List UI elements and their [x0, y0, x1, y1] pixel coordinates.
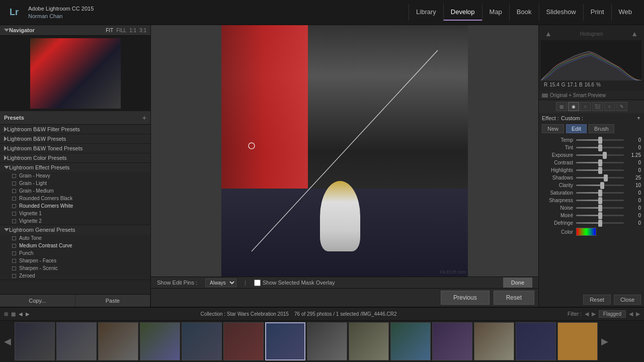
- nav-library[interactable]: Library: [409, 4, 443, 21]
- panel-close-button[interactable]: Close: [614, 295, 641, 305]
- navigator-preview: [0, 36, 150, 111]
- filmstrip-next-arrow[interactable]: ▶: [599, 336, 610, 347]
- mode-btn-6[interactable]: ✎: [616, 102, 627, 111]
- presets-header[interactable]: Presets +: [0, 111, 150, 125]
- saturation-track[interactable]: [576, 192, 624, 194]
- preset-item-contrast-curve[interactable]: Medium Contrast Curve: [0, 242, 150, 249]
- color-swatch[interactable]: [576, 228, 596, 236]
- edit-pins-select[interactable]: Always Auto Never: [205, 279, 236, 287]
- paste-button[interactable]: Paste: [75, 295, 151, 307]
- zoom-fit[interactable]: FIT: [106, 28, 113, 33]
- filter-left-icon[interactable]: ◀: [585, 311, 589, 317]
- zoom-3-1[interactable]: 3:1: [139, 28, 146, 33]
- mask-effect-value[interactable]: Custom :: [561, 115, 636, 121]
- preset-item-sharpen-scenic[interactable]: Sharpen - Scenic: [0, 264, 150, 272]
- reset-button[interactable]: Reset: [494, 291, 534, 305]
- highlights-track[interactable]: [576, 169, 624, 171]
- preset-item-punch[interactable]: Punch: [0, 249, 150, 257]
- preset-item-vignette1[interactable]: Vignette 1: [0, 210, 150, 217]
- presets-add-button[interactable]: +: [142, 114, 146, 122]
- film-thumb-13[interactable]: [516, 322, 556, 360]
- mask-dropdown-icon[interactable]: ▼: [636, 116, 641, 121]
- histogram-right-arrow[interactable]: ▲: [631, 30, 638, 38]
- preset-item-sharpen-faces[interactable]: Sharpen - Faces: [0, 257, 150, 264]
- histogram-left-arrow[interactable]: ▲: [545, 30, 552, 38]
- film-thumb-5[interactable]: [182, 322, 222, 360]
- sharpness-track[interactable]: [576, 200, 624, 201]
- done-button[interactable]: Done: [503, 278, 532, 288]
- preset-item-corners-white[interactable]: Rounded Corners White: [0, 202, 150, 210]
- film-thumb-8[interactable]: [307, 322, 347, 360]
- nav-book[interactable]: Book: [509, 4, 539, 21]
- nav-right-icon[interactable]: ▶: [26, 311, 30, 317]
- preset-group-header-bwtoned[interactable]: Lightroom B&W Toned Presets: [0, 144, 150, 153]
- mask-overlay-checkbox[interactable]: [254, 280, 261, 286]
- flagged-badge[interactable]: Flagged: [599, 310, 626, 318]
- mask-brush-button[interactable]: Brush: [589, 124, 614, 133]
- navigator-header[interactable]: Navigator FIT FILL 1:1 3:1: [0, 25, 150, 36]
- nav-left-icon[interactable]: ◀: [19, 311, 23, 317]
- filmstrip-scroll-right[interactable]: ▶: [636, 311, 640, 317]
- grid-icon[interactable]: ⊞: [4, 311, 8, 317]
- mode-btn-4[interactable]: ⬛: [592, 102, 603, 111]
- film-thumb-6[interactable]: [223, 322, 264, 360]
- noise-track[interactable]: [576, 207, 624, 209]
- preset-item-zeroed[interactable]: Zeroed: [0, 272, 150, 280]
- previous-button[interactable]: Previous: [441, 291, 490, 305]
- temp-track[interactable]: [576, 139, 624, 141]
- show-edit-pins-label: Show Edit Pins :: [157, 280, 197, 286]
- exposure-track[interactable]: [576, 154, 624, 156]
- preset-group-header-color[interactable]: Lightroom Color Presets: [0, 153, 150, 162]
- defringe-track[interactable]: [576, 222, 624, 224]
- film-thumb-7-selected[interactable]: [265, 322, 305, 360]
- film-thumb-1[interactable]: [15, 322, 55, 360]
- mode-btn-1[interactable]: ⊞: [556, 102, 567, 111]
- nav-print[interactable]: Print: [583, 4, 611, 21]
- filmstrip-icon[interactable]: ▦: [11, 311, 16, 317]
- nav-web[interactable]: Web: [611, 4, 639, 21]
- shadows-track[interactable]: [576, 177, 624, 178]
- contrast-track[interactable]: [576, 162, 624, 163]
- tint-track[interactable]: [576, 147, 624, 148]
- moire-track[interactable]: [576, 215, 624, 216]
- film-thumb-9[interactable]: [349, 322, 389, 360]
- copy-button[interactable]: Copy...: [0, 295, 75, 307]
- film-thumb-11[interactable]: [432, 322, 472, 360]
- nav-develop[interactable]: Develop: [443, 4, 482, 21]
- film-thumb-2[interactable]: [56, 322, 97, 360]
- mode-btn-5[interactable]: ○: [604, 102, 615, 111]
- nav-map[interactable]: Map: [482, 4, 509, 21]
- preset-group-header-bwfilter[interactable]: Lightroom B&W Filter Presets: [0, 125, 150, 134]
- noise-value: 0: [627, 205, 641, 211]
- filmstrip-scroll-left[interactable]: ◀: [629, 311, 633, 317]
- preset-item-grain-heavy[interactable]: Grain - Heavy: [0, 172, 150, 179]
- preset-item-vignette2[interactable]: Vignette 2: [0, 217, 150, 225]
- mode-btn-3[interactable]: ○: [580, 102, 591, 111]
- tint-value: 0: [627, 145, 641, 150]
- film-thumb-4[interactable]: [140, 322, 180, 360]
- clarity-track[interactable]: [576, 185, 624, 186]
- preset-item-grain-light[interactable]: Grain - Light: [0, 179, 150, 187]
- film-thumb-14[interactable]: [557, 322, 598, 360]
- film-thumb-3[interactable]: [98, 322, 138, 360]
- mode-btn-2[interactable]: ◉: [568, 102, 579, 111]
- preset-group-header-general[interactable]: Lightroom General Presets: [0, 225, 150, 234]
- mask-edit-button[interactable]: Edit: [566, 124, 587, 133]
- filter-right-icon[interactable]: ▶: [592, 311, 596, 317]
- panel-reset-button[interactable]: Reset: [583, 295, 611, 305]
- nav-slideshow[interactable]: Slideshow: [539, 4, 583, 21]
- zoom-1-1[interactable]: 1:1: [129, 28, 136, 33]
- zoom-fill[interactable]: FILL: [116, 28, 126, 33]
- film-thumb-12[interactable]: [474, 322, 514, 360]
- preset-item-grain-medium[interactable]: Grain - Medium: [0, 187, 150, 195]
- preset-item-autotone[interactable]: Auto Tone: [0, 234, 150, 242]
- nav-menu: Library Develop Map Book Slideshow Print…: [409, 4, 639, 21]
- mask-new-button[interactable]: New: [542, 124, 564, 133]
- preset-group-header-effect[interactable]: Lightroom Effect Presets: [0, 163, 150, 172]
- preset-item-corners-black[interactable]: Rounded Corners Black: [0, 195, 150, 202]
- noise-label: Noise: [542, 205, 573, 211]
- filmstrip-prev-arrow[interactable]: ◀: [2, 336, 13, 347]
- mask-overlay-label[interactable]: Show Selected Mask Overlay: [254, 280, 335, 286]
- preset-group-header-bw[interactable]: Lightroom B&W Presets: [0, 134, 150, 143]
- film-thumb-10[interactable]: [390, 322, 431, 360]
